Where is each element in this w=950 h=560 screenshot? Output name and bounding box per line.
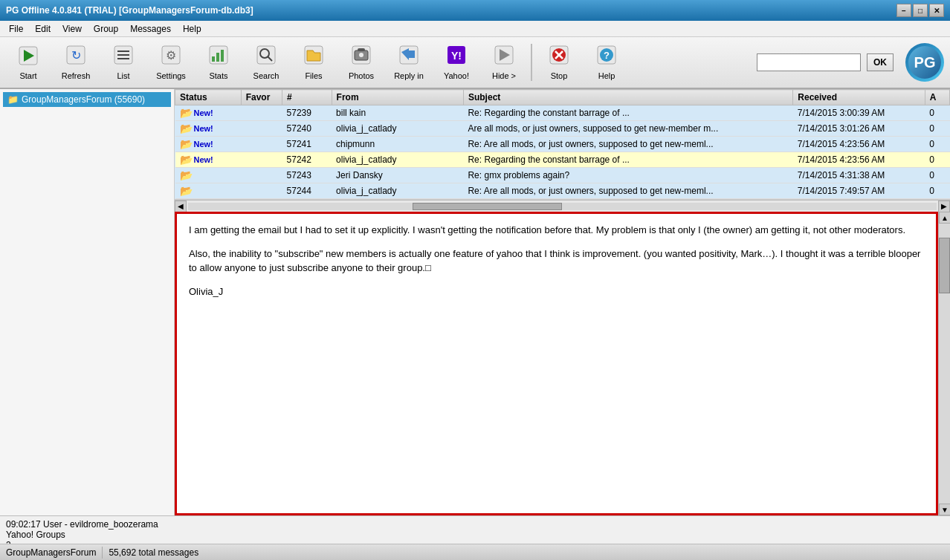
- preview-area: I am getting the email but I had to set …: [175, 212, 950, 515]
- photos-button[interactable]: Photos: [339, 40, 384, 85]
- status-group: GroupManagersForum: [6, 547, 96, 558]
- col-status[interactable]: Status: [175, 90, 242, 105]
- list-icon: [113, 45, 134, 70]
- cell-favor: [241, 168, 282, 183]
- cell-status: 📂 New!: [175, 152, 242, 168]
- reply-icon: [398, 45, 419, 70]
- message-list: Status Favor # From Subject Received A 📂…: [175, 89, 950, 200]
- svg-rect-5: [117, 51, 129, 52]
- svg-text:PG: PG: [914, 54, 936, 71]
- cell-received: 7/14/2015 7:49:57 AM: [793, 183, 925, 199]
- cell-num: 57241: [282, 137, 332, 152]
- cell-num: 57242: [282, 152, 332, 168]
- yahoo-button[interactable]: Y! Yahoo!: [434, 40, 479, 85]
- search-button[interactable]: Search: [244, 40, 288, 85]
- hscroll-right-button[interactable]: ▶: [938, 201, 950, 212]
- svg-rect-11: [212, 56, 215, 62]
- search-input[interactable]: [757, 53, 861, 71]
- stop-label: Stop: [551, 71, 568, 80]
- stop-icon: [549, 45, 569, 70]
- files-button[interactable]: Files: [291, 40, 336, 85]
- cell-subject: Re: Regarding the constant barrage of ..…: [463, 105, 792, 121]
- stop-button[interactable]: Stop: [537, 40, 581, 85]
- main-area: 📁 GroupManagersForum (55690) Status Favo…: [0, 89, 950, 515]
- menu-help[interactable]: Help: [177, 22, 207, 36]
- cell-received: 7/14/2015 3:00:39 AM: [793, 105, 925, 121]
- refresh-button[interactable]: ↻ Refresh: [54, 40, 98, 85]
- cell-subject: Re: gmx problems again?: [463, 168, 792, 183]
- cell-from: olivia_j_catlady: [332, 183, 463, 199]
- cell-a: 0: [925, 152, 949, 168]
- hide-label: Hide >: [492, 71, 516, 80]
- vscroll-up-button[interactable]: ▲: [939, 212, 950, 224]
- start-button[interactable]: Start: [6, 40, 51, 85]
- horizontal-scrollbar: ◀ ▶: [175, 200, 950, 212]
- close-button[interactable]: ✕: [929, 4, 944, 17]
- hscroll-thumb[interactable]: [413, 203, 562, 210]
- help-label: Help: [598, 71, 615, 80]
- col-received[interactable]: Received: [793, 90, 925, 105]
- status-divider: [102, 547, 103, 559]
- sidebar-item-group[interactable]: 📁 GroupManagersForum (55690): [3, 92, 171, 107]
- hscroll-track[interactable]: [188, 203, 937, 210]
- status-area: 09:02:17 User - evildrome_boozeramaYahoo…: [0, 515, 950, 560]
- menu-messages[interactable]: Messages: [124, 22, 177, 36]
- table-row[interactable]: 📂57243Jeri DanskyRe: gmx problems again?…: [175, 168, 950, 183]
- maximize-button[interactable]: □: [913, 4, 928, 17]
- col-num[interactable]: #: [282, 90, 332, 105]
- app-logo: PG: [905, 43, 944, 82]
- ok-button[interactable]: OK: [867, 53, 894, 71]
- yahoo-label: Yahoo!: [444, 71, 469, 80]
- status-log-text: 09:02:17 User - evildrome_boozeramaYahoo…: [6, 519, 944, 544]
- table-row[interactable]: 📂 New!57241chipmunnRe: Are all mods, or …: [175, 137, 950, 152]
- cell-a: 0: [925, 183, 949, 199]
- vscroll-track[interactable]: [939, 224, 950, 504]
- toolbar: Start ↻ Refresh List ⚙ Settings Stats Se…: [0, 37, 950, 89]
- cell-subject: Re: Regarding the constant barrage of ..…: [463, 152, 792, 168]
- cell-from: olivia_j_catlady: [332, 121, 463, 137]
- files-label: Files: [305, 71, 322, 80]
- vscroll-down-button[interactable]: ▼: [939, 504, 950, 515]
- settings-button[interactable]: ⚙ Settings: [149, 40, 193, 85]
- stats-button[interactable]: Stats: [196, 40, 241, 85]
- stats-label: Stats: [209, 71, 227, 80]
- svg-rect-21: [358, 48, 365, 51]
- refresh-icon: ↻: [65, 45, 86, 70]
- cell-status: 📂: [175, 183, 242, 199]
- folder-icon: 📁: [7, 94, 19, 105]
- hscroll-left-button[interactable]: ◀: [175, 201, 187, 212]
- cell-from: chipmunn: [332, 137, 463, 152]
- menu-file[interactable]: File: [3, 22, 29, 36]
- reply-button[interactable]: Reply in: [387, 40, 431, 85]
- status-log: 09:02:17 User - evildrome_boozeramaYahoo…: [0, 516, 950, 544]
- hide-button[interactable]: Hide >: [482, 40, 526, 85]
- table-row[interactable]: 📂 New!57239bill kainRe: Regarding the co…: [175, 105, 950, 121]
- start-icon: [18, 45, 39, 70]
- col-favor[interactable]: Favor: [241, 90, 282, 105]
- cell-favor: [241, 152, 282, 168]
- search-label: Search: [253, 71, 279, 80]
- cell-status: 📂 New!: [175, 121, 242, 137]
- cell-from: Jeri Dansky: [332, 168, 463, 183]
- menu-group[interactable]: Group: [88, 22, 124, 36]
- menu-view[interactable]: View: [56, 22, 88, 36]
- cell-a: 0: [925, 137, 949, 152]
- table-row[interactable]: 📂 New!57242olivia_j_catladyRe: Regarding…: [175, 152, 950, 168]
- menu-bar: File Edit View Group Messages Help: [0, 21, 950, 37]
- stats-icon: [208, 45, 229, 70]
- cell-subject: Are all mods, or just owners, supposed t…: [463, 121, 792, 137]
- list-button[interactable]: List: [101, 40, 146, 85]
- table-row[interactable]: 📂 New!57240olivia_j_catladyAre all mods,…: [175, 121, 950, 137]
- refresh-label: Refresh: [62, 71, 91, 80]
- col-a[interactable]: A: [925, 90, 949, 105]
- preview-pane: I am getting the email but I had to set …: [175, 212, 938, 515]
- menu-edit[interactable]: Edit: [29, 22, 56, 36]
- minimize-button[interactable]: −: [896, 4, 911, 17]
- help-button[interactable]: ? Help: [584, 40, 629, 85]
- col-subject[interactable]: Subject: [463, 90, 792, 105]
- table-row[interactable]: 📂57244olivia_j_catladyRe: Are all mods, …: [175, 183, 950, 199]
- cell-num: 57243: [282, 168, 332, 183]
- col-from[interactable]: From: [332, 90, 463, 105]
- vscroll-thumb[interactable]: [939, 238, 950, 293]
- toolbar-sep: [531, 44, 532, 81]
